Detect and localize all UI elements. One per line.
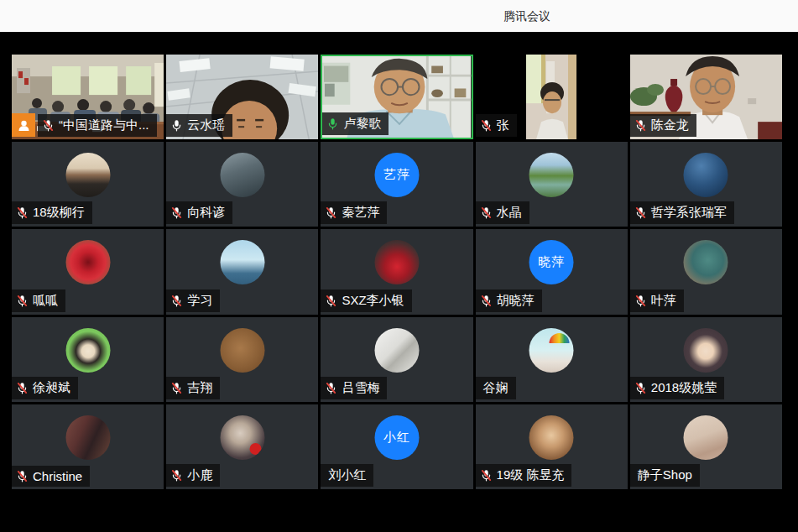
mic-muted-icon: [480, 294, 493, 308]
participant-name: 刘小红: [328, 467, 366, 483]
avatar: [220, 415, 264, 460]
avatar-initials-text: 艺萍: [383, 167, 410, 183]
participant-name: 叶萍: [651, 293, 676, 309]
participant-tile[interactable]: 2018级姚莹: [630, 317, 782, 402]
mic-on-icon: [170, 118, 183, 133]
name-plate: 谷娴: [476, 377, 516, 399]
avatar: [65, 240, 110, 284]
avatar: [374, 240, 419, 284]
name-plate: 张: [476, 114, 517, 137]
participant-name: 学习: [187, 293, 212, 309]
avatar: [684, 415, 728, 460]
participant-name: 徐昶斌: [33, 380, 70, 396]
participant-tile[interactable]: 小红 刘小红: [321, 404, 472, 489]
avatar: [65, 328, 110, 373]
name-plate: 卢黎歌: [322, 112, 389, 135]
avatar-initials-text: 晓萍: [538, 254, 565, 270]
participant-name: 向科谚: [187, 205, 225, 221]
name-plate: 18级柳行: [12, 201, 92, 224]
participant-name: 吉翔: [187, 380, 212, 396]
avatar: [220, 328, 264, 373]
participant-tile-active-speaker[interactable]: 卢黎歌: [321, 55, 472, 139]
avatar: [374, 328, 419, 373]
mic-muted-icon: [325, 381, 337, 395]
participant-tile[interactable]: 哲学系张瑞军: [630, 142, 782, 227]
participant-tile[interactable]: 叶萍: [630, 229, 782, 314]
participant-grid: “中国道路与中... 云水瑶: [12, 55, 782, 489]
participant-tile[interactable]: 陈金龙: [630, 55, 782, 139]
mic-muted-icon: [170, 381, 183, 395]
mic-muted-icon: [42, 118, 55, 133]
participant-tile[interactable]: 徐昶斌: [12, 317, 164, 402]
participant-name: 卢黎歌: [343, 116, 381, 132]
mic-muted-icon: [170, 468, 183, 482]
participant-tile[interactable]: 谷娴: [476, 317, 628, 402]
name-plate: 学习: [166, 289, 220, 312]
participant-name: 小鹿: [187, 467, 212, 483]
name-plate: 吕雪梅: [321, 377, 387, 399]
participant-tile[interactable]: Christine: [12, 404, 164, 489]
avatar: [529, 415, 574, 460]
name-plate: 呱呱: [12, 289, 65, 312]
mic-muted-icon: [16, 206, 29, 220]
participant-name: 秦艺萍: [342, 205, 379, 221]
participant-tile[interactable]: 水晶: [476, 142, 628, 227]
participant-name: 胡晓萍: [497, 293, 535, 309]
participant-tile[interactable]: 云水瑶: [166, 55, 318, 139]
app-title: 腾讯会议: [503, 9, 550, 24]
participant-tile[interactable]: 学习: [166, 229, 318, 314]
participant-tile[interactable]: SXZ李小银: [321, 229, 472, 314]
avatar-initials: 晓萍: [529, 240, 574, 284]
name-plate: 静子Shop: [630, 464, 700, 487]
participant-name: 陈金龙: [651, 117, 689, 133]
name-plate: 徐昶斌: [12, 377, 78, 399]
mic-muted-icon: [634, 381, 647, 395]
participant-name: 吕雪梅: [342, 380, 379, 396]
avatar: [684, 328, 728, 373]
participant-tile[interactable]: 呱呱: [12, 229, 164, 314]
participant-name: 静子Shop: [638, 467, 692, 483]
mic-muted-icon: [634, 118, 647, 133]
participant-name: 云水瑶: [187, 117, 225, 133]
avatar: [684, 240, 728, 284]
name-plate: 云水瑶: [166, 114, 232, 137]
avatar: [529, 153, 574, 197]
participant-tile[interactable]: 张: [476, 55, 628, 139]
mic-speaking-icon: [326, 117, 339, 131]
name-plate: 刘小红: [321, 464, 373, 487]
mic-muted-icon: [634, 294, 647, 308]
participant-tile[interactable]: 小鹿: [166, 404, 318, 489]
avatar: [220, 153, 264, 197]
mic-muted-icon: [16, 469, 29, 483]
participant-tile[interactable]: 艺萍 秦艺萍: [321, 142, 472, 227]
participant-tile[interactable]: 静子Shop: [630, 404, 782, 489]
mic-muted-icon: [480, 468, 493, 482]
name-plate: 秦艺萍: [321, 201, 387, 224]
name-plate: 水晶: [476, 201, 529, 224]
mic-muted-icon: [634, 206, 647, 220]
name-plate: 陈金龙: [630, 114, 696, 137]
avatar-initials: 艺萍: [374, 153, 419, 197]
participant-name: 哲学系张瑞军: [651, 205, 727, 221]
name-plate: 吉翔: [166, 377, 220, 399]
avatar: [65, 415, 110, 460]
participant-tile[interactable]: 吉翔: [166, 317, 318, 402]
participant-name: 2018级姚莹: [651, 380, 717, 396]
participant-tile[interactable]: 吕雪梅: [321, 317, 472, 402]
name-plate: SXZ李小银: [321, 289, 411, 312]
name-plate: 2018级姚莹: [630, 377, 724, 399]
avatar: [684, 153, 728, 197]
participant-name: 呱呱: [33, 293, 58, 309]
avatar: [65, 153, 110, 197]
participant-tile[interactable]: 晓萍 胡晓萍: [476, 229, 628, 314]
participant-tile[interactable]: 18级柳行: [12, 142, 164, 227]
portrait-video-strip: [526, 55, 576, 139]
participant-tile[interactable]: 19级 陈昱充: [476, 404, 628, 489]
mic-muted-icon: [480, 118, 493, 133]
name-plate: 19级 陈昱充: [476, 464, 572, 487]
name-plate: Christine: [12, 466, 90, 487]
participant-name: SXZ李小银: [342, 293, 404, 309]
participant-tile[interactable]: 向科谚: [166, 142, 318, 227]
participant-name: 张: [497, 117, 509, 133]
participant-tile[interactable]: “中国道路与中...: [12, 55, 164, 139]
